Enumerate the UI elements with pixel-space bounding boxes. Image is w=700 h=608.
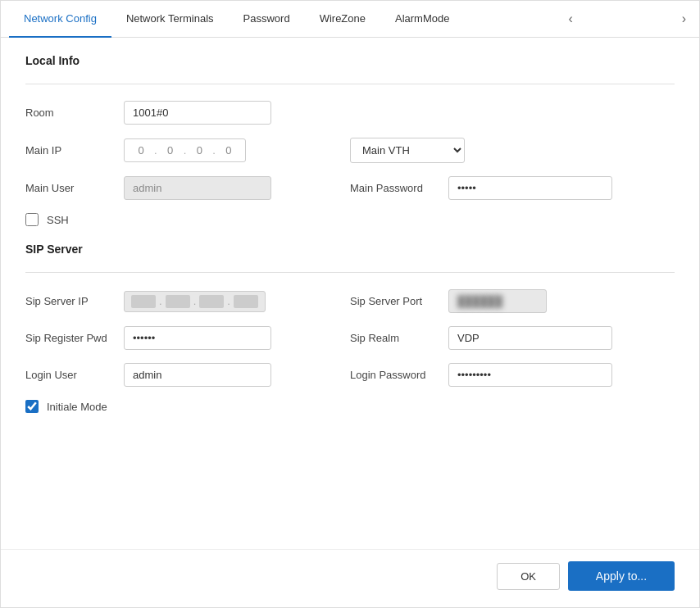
login-password-input[interactable] bbox=[448, 363, 612, 387]
footer-bar: OK Apply to... bbox=[1, 549, 699, 607]
main-user-label: Main User bbox=[25, 182, 124, 194]
main-container: Network Config Network Terminals Passwor… bbox=[0, 0, 700, 608]
local-info-divider bbox=[25, 84, 675, 84]
tab-next-button[interactable]: › bbox=[677, 7, 691, 31]
sip-ip-field[interactable]: . . . bbox=[124, 291, 266, 312]
ip-octet-1[interactable] bbox=[130, 143, 152, 158]
sip-ip-label: Sip Server IP bbox=[25, 295, 124, 307]
ok-button[interactable]: OK bbox=[497, 563, 560, 590]
tab-network-config[interactable]: Network Config bbox=[9, 1, 111, 38]
sip-ip-col: Sip Server IP . . . bbox=[25, 291, 350, 312]
main-ip-row: Main IP . . . Main VTH Sub VTH bbox=[25, 138, 675, 163]
ssh-checkbox[interactable] bbox=[25, 213, 39, 226]
sip-ip-row: Sip Server IP . . . Sip Server Port ████… bbox=[25, 289, 675, 313]
login-user-label: Login User bbox=[25, 369, 124, 381]
main-password-input[interactable] bbox=[448, 176, 612, 200]
tab-bar: Network Config Network Terminals Passwor… bbox=[1, 1, 699, 38]
sip-pwd-input[interactable] bbox=[124, 326, 271, 350]
main-user-input[interactable] bbox=[124, 176, 271, 200]
ip-dot-1: . bbox=[152, 144, 159, 157]
sip-server-title: SIP Server bbox=[25, 243, 675, 256]
main-ip-col: Main IP . . . bbox=[25, 138, 350, 162]
sip-dot-1: . bbox=[159, 295, 162, 307]
room-row: Room bbox=[25, 101, 675, 125]
local-info-title: Local Info bbox=[25, 54, 675, 67]
sip-dot-3: . bbox=[227, 295, 230, 307]
sip-ip-seg-1 bbox=[131, 295, 156, 308]
sip-pwd-label: Sip Register Pwd bbox=[25, 332, 124, 344]
login-password-label: Login Password bbox=[350, 369, 448, 381]
apply-to-button[interactable]: Apply to... bbox=[568, 561, 675, 591]
main-content: Local Info Room Main IP . . . bbox=[1, 38, 699, 549]
ip-dot-2: . bbox=[182, 144, 189, 157]
sip-pwd-col: Sip Register Pwd bbox=[25, 326, 350, 350]
sip-ip-seg-3 bbox=[199, 295, 224, 308]
sip-ip-seg-4 bbox=[234, 295, 258, 308]
initiale-mode-row: Initiale Mode bbox=[25, 400, 675, 413]
ssh-row: SSH bbox=[25, 213, 675, 226]
login-user-input[interactable] bbox=[124, 363, 271, 387]
sip-realm-input[interactable] bbox=[448, 326, 612, 350]
initiale-mode-checkbox[interactable] bbox=[25, 400, 39, 413]
sip-realm-col: Sip Realm bbox=[350, 326, 675, 350]
login-row: Login User Login Password bbox=[25, 363, 675, 387]
sip-dot-2: . bbox=[193, 295, 197, 307]
ip-dot-3: . bbox=[211, 144, 217, 157]
sip-pwd-row: Sip Register Pwd Sip Realm bbox=[25, 326, 675, 350]
sip-port-col: Sip Server Port ██████ bbox=[350, 289, 675, 313]
sip-ip-seg-2 bbox=[166, 295, 190, 308]
tab-alarmmode[interactable]: AlarmMode bbox=[380, 1, 464, 38]
sip-port-field[interactable]: ██████ bbox=[448, 289, 547, 313]
main-password-col: Main Password bbox=[350, 176, 675, 200]
main-vth-col: Main VTH Sub VTH bbox=[350, 138, 675, 163]
main-ip-field: . . . bbox=[124, 138, 246, 162]
main-user-col: Main User bbox=[25, 176, 350, 200]
main-vth-select[interactable]: Main VTH Sub VTH bbox=[350, 138, 465, 163]
sip-realm-label: Sip Realm bbox=[350, 332, 448, 344]
room-input[interactable] bbox=[124, 101, 271, 125]
room-label: Room bbox=[25, 107, 124, 119]
ip-octet-2[interactable] bbox=[159, 143, 182, 158]
main-ip-label: Main IP bbox=[25, 144, 124, 157]
tab-network-terminals[interactable]: Network Terminals bbox=[111, 1, 229, 38]
main-password-label: Main Password bbox=[350, 182, 448, 194]
tab-password[interactable]: Password bbox=[229, 1, 305, 38]
ip-octet-4[interactable] bbox=[217, 143, 240, 158]
ip-octet-3[interactable] bbox=[188, 143, 211, 158]
initiale-mode-label: Initiale Mode bbox=[47, 401, 107, 413]
main-user-row: Main User Main Password bbox=[25, 176, 675, 200]
login-pwd-col: Login Password bbox=[350, 363, 675, 387]
ssh-label: SSH bbox=[47, 214, 69, 226]
sip-divider bbox=[25, 272, 675, 273]
tab-wirezone[interactable]: WireZone bbox=[305, 1, 380, 38]
room-field bbox=[124, 101, 271, 125]
login-user-col: Login User bbox=[25, 363, 350, 387]
sip-port-label: Sip Server Port bbox=[350, 295, 448, 307]
tab-prev-button[interactable]: ‹ bbox=[563, 7, 577, 31]
